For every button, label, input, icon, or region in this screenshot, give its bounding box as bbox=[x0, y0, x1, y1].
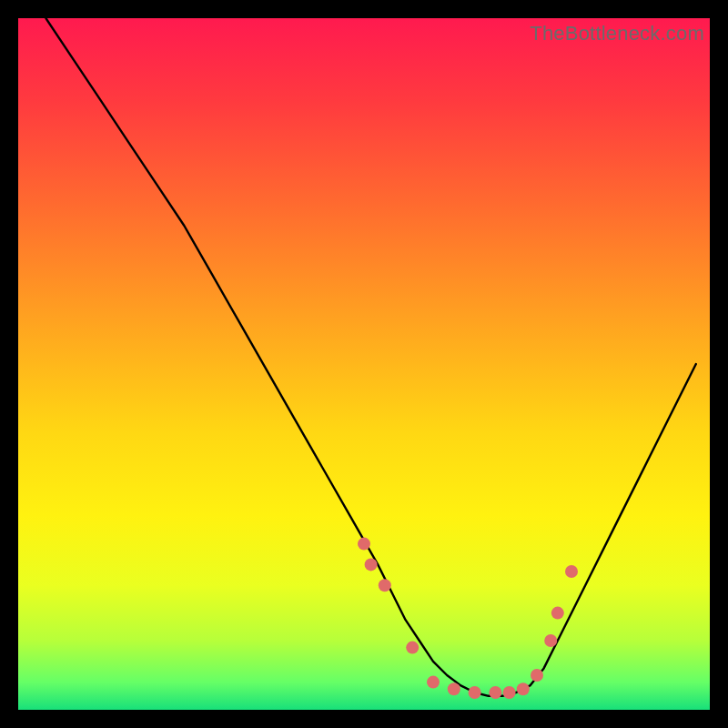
data-point bbox=[489, 686, 501, 699]
data-point bbox=[365, 558, 378, 571]
chart-svg bbox=[18, 18, 710, 710]
data-point bbox=[379, 579, 391, 592]
watermark-text: TheBottleneck.com bbox=[530, 22, 704, 46]
gradient-background bbox=[18, 18, 710, 710]
data-point bbox=[448, 682, 460, 695]
data-point bbox=[427, 676, 440, 689]
chart-frame: TheBottleneck.com bbox=[18, 18, 710, 710]
data-point bbox=[565, 565, 578, 578]
data-point bbox=[544, 634, 557, 647]
data-point bbox=[517, 682, 530, 695]
data-point bbox=[551, 607, 564, 620]
data-point bbox=[503, 686, 516, 699]
data-point bbox=[469, 686, 481, 699]
data-point bbox=[358, 538, 370, 551]
data-point bbox=[406, 642, 419, 654]
data-point bbox=[531, 669, 543, 682]
